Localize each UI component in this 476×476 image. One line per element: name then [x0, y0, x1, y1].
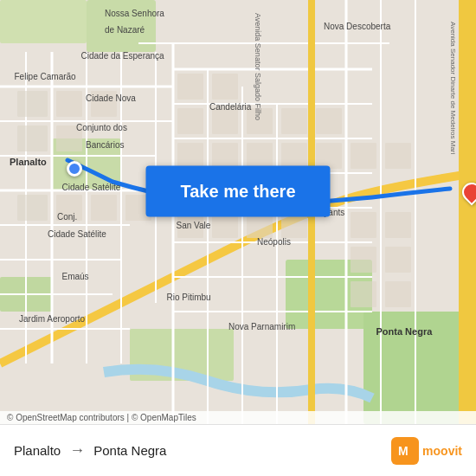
svg-rect-53: [281, 108, 307, 134]
arrow-icon: →: [69, 441, 85, 460]
destination-label: Ponta Negra: [93, 443, 166, 458]
svg-rect-42: [17, 125, 48, 151]
svg-text:M: M: [398, 444, 408, 458]
moovit-icon: M: [391, 437, 419, 465]
map-container: Nossa Senhora de Nazaré Cidade da Espera…: [0, 0, 476, 424]
svg-rect-52: [247, 108, 273, 134]
svg-rect-44: [17, 195, 48, 221]
moovit-text: moovit: [422, 444, 462, 458]
bottom-bar: Planalto → Ponta Negra M moovit: [0, 424, 476, 476]
take-me-there-button[interactable]: Take me there: [145, 165, 330, 216]
svg-rect-38: [459, 0, 476, 424]
svg-rect-46: [91, 195, 117, 221]
svg-rect-7: [0, 0, 87, 43]
svg-rect-64: [351, 143, 376, 169]
svg-rect-54: [316, 108, 342, 134]
svg-rect-41: [91, 91, 117, 117]
svg-rect-65: [385, 143, 411, 169]
svg-rect-40: [56, 91, 82, 117]
svg-rect-69: [385, 247, 411, 273]
svg-rect-43: [56, 125, 82, 151]
svg-rect-68: [351, 247, 376, 273]
svg-rect-71: [385, 281, 411, 307]
svg-rect-39: [17, 91, 48, 117]
svg-rect-45: [56, 195, 82, 221]
svg-rect-49: [212, 74, 238, 100]
svg-rect-50: [177, 108, 203, 134]
svg-rect-51: [212, 108, 238, 134]
origin-label: Planalto: [14, 443, 61, 458]
moovit-logo: M moovit: [391, 437, 462, 465]
map-attribution: © OpenStreetMap contributors | © OpenMap…: [0, 411, 476, 424]
svg-rect-70: [351, 281, 376, 307]
svg-rect-67: [385, 212, 411, 238]
svg-rect-66: [351, 212, 376, 238]
svg-rect-48: [177, 74, 203, 100]
